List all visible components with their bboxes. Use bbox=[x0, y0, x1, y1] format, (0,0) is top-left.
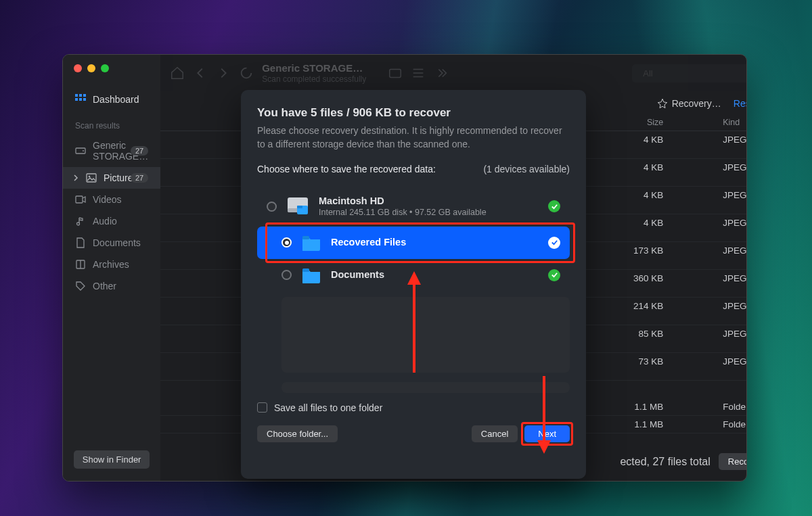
recovery-label: Recovery… bbox=[672, 98, 721, 109]
destination-empty-area bbox=[281, 382, 570, 393]
chevron-left-icon[interactable] bbox=[193, 66, 208, 80]
cell-kind: JPEG bbox=[723, 162, 747, 183]
sidebar-item-label: Other bbox=[93, 281, 116, 291]
reset-all-link[interactable]: Reset all bbox=[734, 98, 747, 109]
folder-icon bbox=[301, 267, 321, 283]
checkbox-label: Save all files to one folder bbox=[274, 402, 382, 413]
svg-rect-14 bbox=[390, 70, 401, 78]
grid-icon bbox=[75, 94, 86, 105]
svg-rect-3 bbox=[75, 98, 78, 101]
radio-icon[interactable] bbox=[281, 237, 292, 248]
cell-kind: JPEG bbox=[723, 218, 747, 238]
more-icon[interactable] bbox=[434, 66, 449, 80]
cell-kind: JPEG bbox=[723, 329, 747, 349]
dialog-subtitle: Please choose recovery destination. It i… bbox=[257, 124, 570, 151]
destination-documents[interactable]: Documents bbox=[257, 259, 570, 291]
window-subtitle: Scan completed successfully bbox=[262, 74, 366, 84]
sidebar-item-label: Videos bbox=[93, 194, 122, 205]
show-in-finder-button[interactable]: Show in Finder bbox=[74, 450, 150, 469]
destination-list: Macintosh HD Internal 245.11 GB disk • 9… bbox=[257, 187, 570, 393]
video-icon bbox=[75, 194, 86, 205]
checkbox-icon[interactable] bbox=[257, 402, 267, 413]
cell-kind: JPEG bbox=[723, 301, 747, 321]
sidebar-item-label: Dashboard bbox=[93, 94, 139, 105]
radio-icon[interactable] bbox=[267, 202, 277, 212]
radio-icon[interactable] bbox=[281, 270, 292, 280]
drive-icon bbox=[75, 145, 86, 156]
close-icon[interactable] bbox=[74, 64, 82, 72]
sidebar-item-pictures[interactable]: Pictures 27 bbox=[63, 167, 160, 189]
home-icon[interactable] bbox=[170, 66, 185, 80]
folder-view-icon[interactable] bbox=[388, 66, 403, 80]
svg-rect-2 bbox=[83, 94, 86, 97]
sidebar-item-other[interactable]: Other bbox=[63, 275, 160, 297]
sidebar-item-label: Archives bbox=[93, 259, 129, 270]
image-icon bbox=[86, 172, 97, 183]
document-icon bbox=[75, 237, 86, 248]
recover-button[interactable]: Recover bbox=[719, 453, 747, 470]
sidebar-item-label: Audio bbox=[93, 216, 117, 227]
music-note-icon bbox=[75, 216, 86, 227]
svg-rect-4 bbox=[79, 98, 82, 101]
list-view-icon[interactable] bbox=[411, 66, 426, 80]
destination-macintosh-hd[interactable]: Macintosh HD Internal 245.11 GB disk • 9… bbox=[257, 187, 570, 227]
check-icon bbox=[548, 269, 560, 281]
destination-recovered-files[interactable]: Recovered Files bbox=[257, 227, 570, 259]
cancel-button[interactable]: Cancel bbox=[472, 425, 518, 442]
sidebar-item-label: Documents bbox=[93, 237, 141, 248]
cell-kind: JPEG bbox=[723, 273, 747, 294]
recovery-destination-dialog: You have 5 files / 906 KB to recover Ple… bbox=[241, 90, 586, 479]
check-icon bbox=[548, 237, 560, 249]
svg-rect-21 bbox=[302, 268, 309, 272]
next-button[interactable]: Next bbox=[524, 425, 570, 442]
svg-rect-0 bbox=[75, 94, 78, 97]
search-input[interactable] bbox=[643, 68, 747, 78]
svg-rect-1 bbox=[79, 94, 82, 97]
sidebar-item-audio[interactable]: Audio bbox=[63, 210, 160, 232]
svg-point-11 bbox=[77, 222, 80, 225]
cell-kind: JPEG bbox=[723, 135, 747, 155]
destination-empty-area bbox=[281, 297, 570, 373]
destination-name: Macintosh HD bbox=[319, 195, 487, 208]
sidebar-item-videos[interactable]: Videos bbox=[63, 189, 160, 210]
sidebar-item-archives[interactable]: Archives bbox=[63, 254, 160, 275]
window-title: Generic STORAGE… bbox=[262, 62, 366, 74]
cell-kind: Folde bbox=[723, 419, 747, 429]
star-icon bbox=[657, 98, 668, 109]
svg-rect-8 bbox=[87, 174, 96, 182]
destination-name: Recovered Files bbox=[331, 236, 406, 249]
folder-icon bbox=[301, 235, 321, 251]
sidebar-item-dashboard[interactable]: Dashboard bbox=[63, 89, 160, 110]
cell-kind: JPEG bbox=[723, 356, 747, 377]
svg-point-7 bbox=[83, 150, 84, 151]
cell-kind: JPEG bbox=[723, 190, 747, 210]
choose-folder-button[interactable]: Choose folder... bbox=[257, 425, 338, 442]
window-controls bbox=[74, 64, 109, 72]
svg-point-13 bbox=[242, 68, 252, 78]
count-badge: 27 bbox=[131, 173, 148, 183]
tag-icon bbox=[75, 281, 86, 291]
title-block: Generic STORAGE… Scan completed successf… bbox=[262, 62, 366, 84]
dialog-title: You have 5 files / 906 KB to recover bbox=[257, 106, 570, 120]
sidebar-item-storage[interactable]: Generic STORAGE… 27 bbox=[63, 135, 160, 167]
choose-label: Choose where to save the recovered data: bbox=[257, 164, 436, 174]
archive-icon bbox=[75, 259, 86, 270]
cell-kind: JPEG bbox=[723, 245, 747, 266]
svg-rect-20 bbox=[302, 236, 309, 239]
minimize-icon[interactable] bbox=[87, 64, 95, 72]
recovery-dropdown[interactable]: Recovery… bbox=[657, 98, 721, 109]
chevron-right-icon bbox=[72, 174, 79, 181]
destination-name: Documents bbox=[331, 268, 384, 281]
col-kind[interactable]: Kind bbox=[723, 118, 747, 127]
svg-rect-19 bbox=[297, 206, 302, 208]
sidebar-item-documents[interactable]: Documents bbox=[63, 232, 160, 254]
save-one-folder-checkbox[interactable]: Save all files to one folder bbox=[257, 402, 570, 413]
svg-rect-10 bbox=[76, 196, 83, 203]
search-field[interactable]: ✕ bbox=[632, 64, 747, 83]
spinner-icon bbox=[239, 66, 254, 80]
maximize-icon[interactable] bbox=[101, 64, 109, 72]
cell-kind: Folde bbox=[723, 402, 747, 412]
sidebar: Dashboard Scan results Generic STORAGE… … bbox=[63, 55, 160, 481]
selection-status: ected, 27 files total bbox=[620, 456, 710, 468]
chevron-right-icon[interactable] bbox=[216, 66, 231, 80]
